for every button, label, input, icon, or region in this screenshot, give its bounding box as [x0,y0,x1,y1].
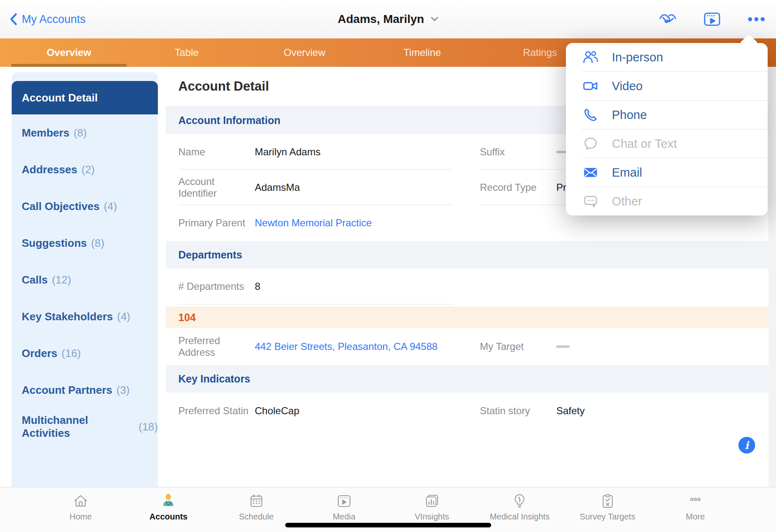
sidebar-item-orders[interactable]: Orders (16) [12,335,158,372]
bottom-nav-more[interactable]: More [652,487,739,532]
info-button[interactable]: i [738,437,755,453]
name-label: Name [178,146,255,158]
chevron-left-icon [9,13,18,26]
section-departments: Departments [166,241,776,269]
my-target-label: My Target [480,341,556,352]
chat-bubble-icon [582,135,599,152]
num-departments-label: # Departments [178,281,255,292]
media-player-icon[interactable] [702,10,722,29]
sidebar-item-calls[interactable]: Calls (12) [12,261,158,298]
account-identifier-value: AdamsMa [255,182,300,193]
tab-table[interactable]: Table [128,38,246,67]
menu-item-email[interactable]: Email [566,158,768,187]
primary-parent-label: Primary Parent [178,217,255,229]
top-nav-actions [658,0,766,38]
back-button[interactable]: My Accounts [9,0,86,38]
primary-parent-link[interactable]: Newton Memorial Practice [255,217,372,229]
page-title: Adams, Marilyn [338,13,424,26]
statin-story-value: Safety [556,405,585,417]
statin-story-label: Statin story [480,405,556,417]
more-ellipsis-icon[interactable] [747,10,766,29]
row-statin: Preferred Statin CholeCap Statin story S… [166,393,776,429]
menu-item-video[interactable]: Video [566,72,768,100]
record-type-label: Record Type [480,182,556,193]
menu-item-other[interactable]: Other [566,187,768,215]
media-play-icon [335,491,353,511]
preferred-address-link[interactable]: 442 Beier Streets, Pleasanton, CA 94588 [255,341,438,352]
bottom-nav-survey-targets[interactable]: Survey Targets [564,487,652,532]
bottom-nav-home[interactable]: Home [37,487,124,532]
video-camera-icon [582,77,599,95]
home-indicator[interactable] [285,523,491,527]
menu-item-chat-or-text[interactable]: Chat or Text [566,129,768,158]
num-departments-value: 8 [255,281,260,292]
menu-item-label: Video [612,79,643,93]
highlight-row-104: 104 [166,307,776,328]
phone-icon [582,106,599,124]
suffix-label: Suffix [480,146,556,158]
record-activity-popover: In-person Video Phone Chat or Text [566,43,768,215]
sidebar-item-account-partners[interactable]: Account Partners (3) [12,372,158,408]
handshake-icon[interactable] [658,10,677,29]
preferred-statin-value: CholeCap [255,405,299,417]
back-label: My Accounts [22,13,86,26]
row-address-target: Preferred Address 442 Beier Streets, Ple… [166,328,776,365]
survey-clipboard-icon [598,491,617,511]
section-key-indicators: Key Indicators [166,365,776,393]
name-value: Marilyn Adams [255,146,320,158]
sidebar-item-account-detail[interactable]: Account Detail [12,81,158,114]
chevron-down-icon [431,17,438,22]
email-icon [582,164,599,181]
account-identifier-label: Account Identifier [178,176,255,199]
sidebar-item-call-objectives[interactable]: Call Objectives (4) [12,188,158,225]
tab-overview-2[interactable]: Overview [246,38,363,67]
menu-item-label: In-person [612,51,663,64]
insights-chart-icon [423,491,441,511]
sidebar: Account Detail Members (8) Addresses (2)… [12,72,158,487]
people-icon [582,48,599,66]
sidebar-item-key-stakeholders[interactable]: Key Stakeholders (4) [12,298,158,335]
bottom-nav-accounts[interactable]: Accounts [124,487,212,532]
home-icon [71,491,90,511]
medical-bulb-icon [510,491,529,511]
accounts-person-icon [159,491,178,511]
menu-item-label: Phone [612,108,647,122]
tab-timeline[interactable]: Timeline [363,38,481,67]
preferred-statin-label: Preferred Statin [178,405,255,417]
record-type-value: Pr [556,182,566,193]
right-gutter [768,67,776,487]
top-nav: My Accounts Adams, Marilyn [0,0,776,38]
tab-overview-1[interactable]: Overview [10,38,128,67]
menu-item-phone[interactable]: Phone [566,101,768,129]
my-target-empty-value-dash [556,345,570,348]
account-title-dropdown[interactable]: Adams, Marilyn [338,0,439,38]
more-circles-icon [686,491,705,511]
menu-item-in-person[interactable]: In-person [566,43,768,71]
sidebar-item-addresses[interactable]: Addresses (2) [12,151,158,188]
menu-item-label: Other [612,195,642,208]
menu-item-label: Chat or Text [612,137,677,151]
sidebar-item-suggestions[interactable]: Suggestions (8) [12,225,158,261]
preferred-address-label: Preferred Address [178,335,255,358]
menu-item-label: Email [612,166,642,180]
speech-dots-icon [582,193,599,210]
sidebar-item-members[interactable]: Members (8) [12,114,158,151]
calendar-icon [247,491,266,511]
sidebar-item-multichannel-activities[interactable]: Multichannel Activities (18) [12,408,158,445]
row-num-departments: # Departments 8 [166,269,776,304]
